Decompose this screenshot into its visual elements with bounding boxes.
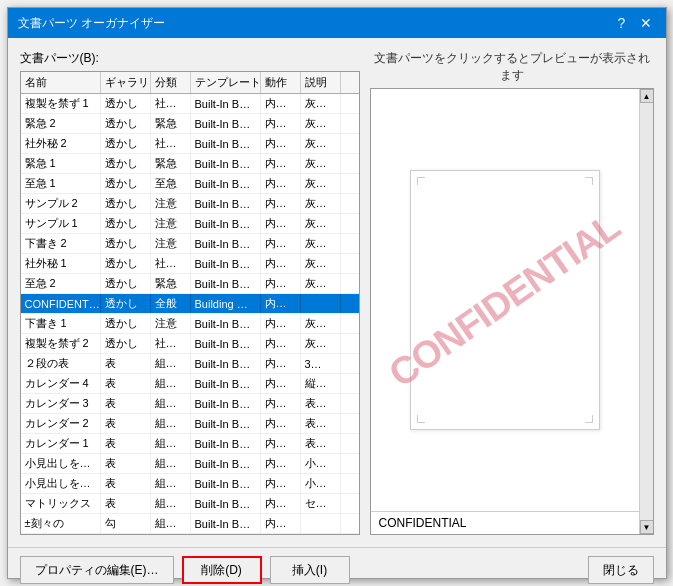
table-row[interactable]: 小見出しを…表組…Built-In B…内…小… — [21, 474, 359, 494]
dialog-body: 文書パーツ(B): 名前 ギャラリー 分類 テンプレート 動作 説明 複製を禁ず… — [8, 38, 666, 547]
table-row[interactable]: 複製を禁ず 1透かし社…Built-In B…内…灰… — [21, 94, 359, 114]
td-cat: 注意 — [151, 194, 191, 213]
table-header: 名前 ギャラリー 分類 テンプレート 動作 説明 — [21, 72, 359, 94]
td-name: 緊急 1 — [21, 154, 101, 173]
td-desc: 灰… — [301, 134, 341, 153]
td-template: Built-In B… — [191, 154, 261, 173]
td-template: Built-In B… — [191, 174, 261, 193]
table-row[interactable]: 複製を禁ず 2透かし社…Built-In B…内…灰… — [21, 334, 359, 354]
table-body[interactable]: 複製を禁ず 1透かし社…Built-In B…内…灰…緊急 2透かし緊急Buil… — [21, 94, 359, 534]
td-cat: 組… — [151, 394, 191, 413]
table-row[interactable]: 緊急 1透かし緊急Built-In B…内…灰… — [21, 154, 359, 174]
td-template: Built-In B… — [191, 194, 261, 213]
td-template: Built-In B… — [191, 114, 261, 133]
insert-button[interactable]: 挿入(I) — [270, 556, 350, 584]
table-row[interactable]: カレンダー 1表組…Built-In B…内…表… — [21, 434, 359, 454]
td-action: 内… — [261, 134, 301, 153]
preview-scrollbar[interactable]: ▲ ▼ — [639, 89, 653, 534]
preview-inner: CONFIDENTIAL — [371, 89, 639, 511]
td-desc: 灰… — [301, 194, 341, 213]
table-row[interactable]: カレンダー 2表組…Built-In B…内…表… — [21, 414, 359, 434]
table-row[interactable]: 社外秘 1透かし社…Built-In B…内…灰… — [21, 254, 359, 274]
table-row[interactable]: CONFIDENT…透かし全般Building …内… — [21, 294, 359, 314]
td-cat: 組… — [151, 474, 191, 493]
delete-button[interactable]: 削除(D) — [182, 556, 262, 584]
table-row[interactable]: 小見出しを…表組…Built-In B…内…小… — [21, 454, 359, 474]
td-action: 内… — [261, 94, 301, 113]
td-cat: 至急 — [151, 174, 191, 193]
td-template: Built-In B… — [191, 234, 261, 253]
td-gallery: 勾 — [101, 514, 151, 533]
td-gallery: 透かし — [101, 234, 151, 253]
td-cat: 組… — [151, 454, 191, 473]
td-name: 小見出しを… — [21, 474, 101, 493]
close-title-button[interactable]: ✕ — [636, 13, 656, 33]
properties-button[interactable]: プロパティの編集(E)… — [20, 556, 174, 584]
td-desc: 灰… — [301, 114, 341, 133]
corner-br — [585, 415, 593, 423]
table-row[interactable]: 至急 2透かし緊急Built-In B…内…灰… — [21, 274, 359, 294]
title-bar: 文書パーツ オーガナイザー ? ✕ — [8, 8, 666, 38]
close-button[interactable]: 閉じる — [588, 556, 654, 584]
scroll-up[interactable]: ▲ — [640, 89, 654, 103]
td-gallery: 表 — [101, 494, 151, 513]
corner-bl — [417, 415, 425, 423]
table-row[interactable]: カレンダー 4表組…Built-In B…内…縦… — [21, 374, 359, 394]
td-desc: 灰… — [301, 94, 341, 113]
td-gallery: 透かし — [101, 154, 151, 173]
td-cat: 社… — [151, 334, 191, 353]
col-template: テンプレート — [191, 72, 261, 93]
td-desc: 灰… — [301, 334, 341, 353]
td-template: Built-In B… — [191, 314, 261, 333]
td-gallery: 表 — [101, 374, 151, 393]
table-row[interactable]: 下書き 1透かし注意Built-In B…内…灰… — [21, 314, 359, 334]
table-row[interactable]: 社外秘 2透かし社…Built-In B…内…灰… — [21, 134, 359, 154]
td-name: マトリックス — [21, 494, 101, 513]
table-row[interactable]: ±刻々の勾組…Built-In B…内… — [21, 514, 359, 534]
table-row[interactable]: サンプル 2透かし注意Built-In B…内…灰… — [21, 194, 359, 214]
td-action: 内… — [261, 234, 301, 253]
td-gallery: 透かし — [101, 94, 151, 113]
td-name: カレンダー 1 — [21, 434, 101, 453]
table-row[interactable]: マトリックス表組…Built-In B…内…セ… — [21, 494, 359, 514]
table-row[interactable]: ２段の表表組…Built-In B…内…3… — [21, 354, 359, 374]
td-name: サンプル 1 — [21, 214, 101, 233]
td-cat: 注意 — [151, 234, 191, 253]
td-gallery: 透かし — [101, 314, 151, 333]
td-desc — [301, 294, 341, 313]
scroll-down[interactable]: ▼ — [640, 520, 654, 534]
left-panel-label: 文書パーツ(B): — [20, 50, 360, 67]
td-gallery: 透かし — [101, 274, 151, 293]
td-action: 内… — [261, 514, 301, 533]
td-action: 内… — [261, 474, 301, 493]
td-action: 内… — [261, 174, 301, 193]
table-row[interactable]: サンプル 1透かし注意Built-In B…内…灰… — [21, 214, 359, 234]
table-row[interactable]: 下書き 2透かし注意Built-In B…内…灰… — [21, 234, 359, 254]
td-action: 内… — [261, 454, 301, 473]
td-desc — [301, 514, 341, 533]
td-gallery: 表 — [101, 434, 151, 453]
td-name: ２段の表 — [21, 354, 101, 373]
td-action: 内… — [261, 274, 301, 293]
table-row[interactable]: 緊急 2透かし緊急Built-In B…内…灰… — [21, 114, 359, 134]
td-gallery: 透かし — [101, 114, 151, 133]
td-desc: 表… — [301, 414, 341, 433]
td-template: Built-In B… — [191, 254, 261, 273]
td-cat: 組… — [151, 434, 191, 453]
td-name: 小見出しを… — [21, 454, 101, 473]
table-row[interactable]: 至急 1透かし至急Built-In B…内…灰… — [21, 174, 359, 194]
td-name: 複製を禁ず 2 — [21, 334, 101, 353]
td-action: 内… — [261, 214, 301, 233]
help-button[interactable]: ? — [612, 13, 632, 33]
table-row[interactable]: カレンダー 3表組…Built-In B…内…表… — [21, 394, 359, 414]
td-cat: 組… — [151, 514, 191, 533]
td-gallery: 表 — [101, 474, 151, 493]
td-desc: セ… — [301, 494, 341, 513]
td-template: Built-In B… — [191, 414, 261, 433]
td-template: Built-In B… — [191, 494, 261, 513]
td-action: 内… — [261, 334, 301, 353]
td-name: サンプル 2 — [21, 194, 101, 213]
td-desc: 小… — [301, 454, 341, 473]
td-name: 社外秘 1 — [21, 254, 101, 273]
td-cat: 組… — [151, 374, 191, 393]
